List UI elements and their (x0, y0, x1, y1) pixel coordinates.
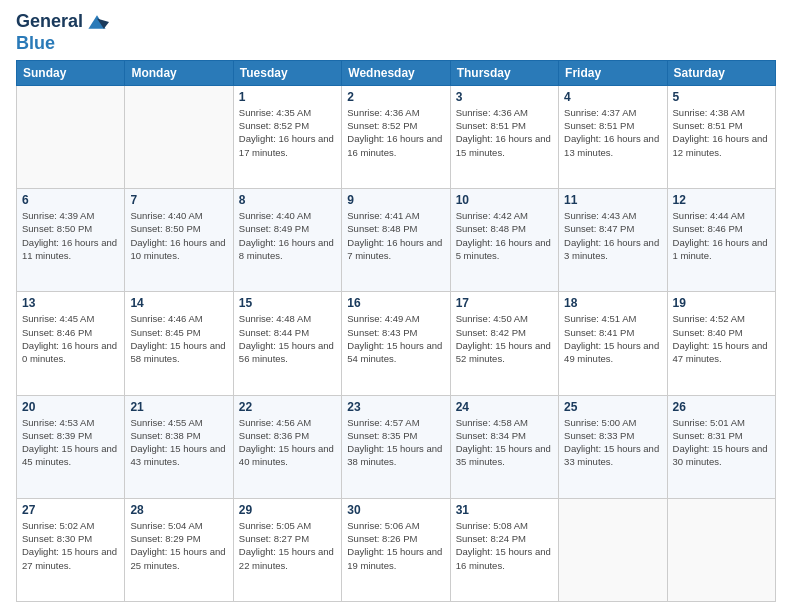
week-row-1: 1Sunrise: 4:35 AM Sunset: 8:52 PM Daylig… (17, 85, 776, 188)
calendar-cell: 26Sunrise: 5:01 AM Sunset: 8:31 PM Dayli… (667, 395, 775, 498)
calendar-cell: 12Sunrise: 4:44 AM Sunset: 8:46 PM Dayli… (667, 189, 775, 292)
day-number: 22 (239, 400, 336, 414)
calendar-cell: 22Sunrise: 4:56 AM Sunset: 8:36 PM Dayli… (233, 395, 341, 498)
day-info: Sunrise: 4:44 AM Sunset: 8:46 PM Dayligh… (673, 209, 770, 262)
week-row-2: 6Sunrise: 4:39 AM Sunset: 8:50 PM Daylig… (17, 189, 776, 292)
calendar-cell: 8Sunrise: 4:40 AM Sunset: 8:49 PM Daylig… (233, 189, 341, 292)
day-info: Sunrise: 4:41 AM Sunset: 8:48 PM Dayligh… (347, 209, 444, 262)
day-number: 23 (347, 400, 444, 414)
day-number: 13 (22, 296, 119, 310)
day-number: 17 (456, 296, 553, 310)
day-info: Sunrise: 4:36 AM Sunset: 8:52 PM Dayligh… (347, 106, 444, 159)
day-info: Sunrise: 5:06 AM Sunset: 8:26 PM Dayligh… (347, 519, 444, 572)
calendar-cell: 16Sunrise: 4:49 AM Sunset: 8:43 PM Dayli… (342, 292, 450, 395)
day-info: Sunrise: 4:40 AM Sunset: 8:50 PM Dayligh… (130, 209, 227, 262)
calendar-cell: 20Sunrise: 4:53 AM Sunset: 8:39 PM Dayli… (17, 395, 125, 498)
calendar-cell: 17Sunrise: 4:50 AM Sunset: 8:42 PM Dayli… (450, 292, 558, 395)
calendar-cell: 10Sunrise: 4:42 AM Sunset: 8:48 PM Dayli… (450, 189, 558, 292)
day-info: Sunrise: 4:36 AM Sunset: 8:51 PM Dayligh… (456, 106, 553, 159)
day-number: 8 (239, 193, 336, 207)
calendar-cell: 13Sunrise: 4:45 AM Sunset: 8:46 PM Dayli… (17, 292, 125, 395)
calendar-cell: 30Sunrise: 5:06 AM Sunset: 8:26 PM Dayli… (342, 498, 450, 601)
week-row-5: 27Sunrise: 5:02 AM Sunset: 8:30 PM Dayli… (17, 498, 776, 601)
day-number: 27 (22, 503, 119, 517)
weekday-header-saturday: Saturday (667, 60, 775, 85)
day-info: Sunrise: 4:38 AM Sunset: 8:51 PM Dayligh… (673, 106, 770, 159)
calendar-cell: 25Sunrise: 5:00 AM Sunset: 8:33 PM Dayli… (559, 395, 667, 498)
calendar-cell: 27Sunrise: 5:02 AM Sunset: 8:30 PM Dayli… (17, 498, 125, 601)
day-info: Sunrise: 4:37 AM Sunset: 8:51 PM Dayligh… (564, 106, 661, 159)
day-number: 18 (564, 296, 661, 310)
day-info: Sunrise: 4:45 AM Sunset: 8:46 PM Dayligh… (22, 312, 119, 365)
calendar-cell: 11Sunrise: 4:43 AM Sunset: 8:47 PM Dayli… (559, 189, 667, 292)
calendar-cell: 9Sunrise: 4:41 AM Sunset: 8:48 PM Daylig… (342, 189, 450, 292)
day-number: 3 (456, 90, 553, 104)
calendar-table: SundayMondayTuesdayWednesdayThursdayFrid… (16, 60, 776, 602)
day-info: Sunrise: 4:49 AM Sunset: 8:43 PM Dayligh… (347, 312, 444, 365)
day-info: Sunrise: 4:50 AM Sunset: 8:42 PM Dayligh… (456, 312, 553, 365)
logo-text-blue: Blue (16, 33, 55, 53)
day-info: Sunrise: 5:04 AM Sunset: 8:29 PM Dayligh… (130, 519, 227, 572)
day-info: Sunrise: 5:02 AM Sunset: 8:30 PM Dayligh… (22, 519, 119, 572)
day-number: 31 (456, 503, 553, 517)
day-number: 20 (22, 400, 119, 414)
day-number: 29 (239, 503, 336, 517)
day-info: Sunrise: 4:58 AM Sunset: 8:34 PM Dayligh… (456, 416, 553, 469)
day-number: 11 (564, 193, 661, 207)
day-number: 21 (130, 400, 227, 414)
day-info: Sunrise: 4:51 AM Sunset: 8:41 PM Dayligh… (564, 312, 661, 365)
day-info: Sunrise: 4:39 AM Sunset: 8:50 PM Dayligh… (22, 209, 119, 262)
day-number: 12 (673, 193, 770, 207)
day-number: 28 (130, 503, 227, 517)
calendar-cell: 21Sunrise: 4:55 AM Sunset: 8:38 PM Dayli… (125, 395, 233, 498)
calendar-cell: 14Sunrise: 4:46 AM Sunset: 8:45 PM Dayli… (125, 292, 233, 395)
day-number: 26 (673, 400, 770, 414)
calendar-cell (17, 85, 125, 188)
weekday-header-sunday: Sunday (17, 60, 125, 85)
day-number: 10 (456, 193, 553, 207)
calendar-cell: 18Sunrise: 4:51 AM Sunset: 8:41 PM Dayli… (559, 292, 667, 395)
day-info: Sunrise: 4:42 AM Sunset: 8:48 PM Dayligh… (456, 209, 553, 262)
day-info: Sunrise: 4:43 AM Sunset: 8:47 PM Dayligh… (564, 209, 661, 262)
day-info: Sunrise: 5:08 AM Sunset: 8:24 PM Dayligh… (456, 519, 553, 572)
calendar-cell: 2Sunrise: 4:36 AM Sunset: 8:52 PM Daylig… (342, 85, 450, 188)
calendar-cell: 19Sunrise: 4:52 AM Sunset: 8:40 PM Dayli… (667, 292, 775, 395)
day-number: 1 (239, 90, 336, 104)
calendar-cell: 7Sunrise: 4:40 AM Sunset: 8:50 PM Daylig… (125, 189, 233, 292)
day-number: 15 (239, 296, 336, 310)
day-number: 25 (564, 400, 661, 414)
calendar-cell: 15Sunrise: 4:48 AM Sunset: 8:44 PM Dayli… (233, 292, 341, 395)
calendar-cell (667, 498, 775, 601)
header: General Blue (16, 10, 776, 54)
day-number: 7 (130, 193, 227, 207)
logo: General Blue (16, 10, 109, 54)
calendar-cell: 6Sunrise: 4:39 AM Sunset: 8:50 PM Daylig… (17, 189, 125, 292)
page: General Blue SundayMondayTuesdayWednesda… (0, 0, 792, 612)
calendar-cell (559, 498, 667, 601)
day-info: Sunrise: 5:05 AM Sunset: 8:27 PM Dayligh… (239, 519, 336, 572)
calendar-cell (125, 85, 233, 188)
calendar-cell: 31Sunrise: 5:08 AM Sunset: 8:24 PM Dayli… (450, 498, 558, 601)
day-number: 9 (347, 193, 444, 207)
week-row-4: 20Sunrise: 4:53 AM Sunset: 8:39 PM Dayli… (17, 395, 776, 498)
day-info: Sunrise: 4:40 AM Sunset: 8:49 PM Dayligh… (239, 209, 336, 262)
day-number: 4 (564, 90, 661, 104)
day-info: Sunrise: 4:46 AM Sunset: 8:45 PM Dayligh… (130, 312, 227, 365)
day-number: 24 (456, 400, 553, 414)
week-row-3: 13Sunrise: 4:45 AM Sunset: 8:46 PM Dayli… (17, 292, 776, 395)
weekday-header-monday: Monday (125, 60, 233, 85)
day-info: Sunrise: 4:48 AM Sunset: 8:44 PM Dayligh… (239, 312, 336, 365)
day-info: Sunrise: 5:01 AM Sunset: 8:31 PM Dayligh… (673, 416, 770, 469)
day-number: 30 (347, 503, 444, 517)
calendar-cell: 29Sunrise: 5:05 AM Sunset: 8:27 PM Dayli… (233, 498, 341, 601)
day-info: Sunrise: 4:35 AM Sunset: 8:52 PM Dayligh… (239, 106, 336, 159)
calendar-cell: 5Sunrise: 4:38 AM Sunset: 8:51 PM Daylig… (667, 85, 775, 188)
day-number: 16 (347, 296, 444, 310)
day-info: Sunrise: 4:52 AM Sunset: 8:40 PM Dayligh… (673, 312, 770, 365)
weekday-header-friday: Friday (559, 60, 667, 85)
day-info: Sunrise: 5:00 AM Sunset: 8:33 PM Dayligh… (564, 416, 661, 469)
day-info: Sunrise: 4:55 AM Sunset: 8:38 PM Dayligh… (130, 416, 227, 469)
calendar-cell: 28Sunrise: 5:04 AM Sunset: 8:29 PM Dayli… (125, 498, 233, 601)
weekday-header-thursday: Thursday (450, 60, 558, 85)
day-number: 6 (22, 193, 119, 207)
